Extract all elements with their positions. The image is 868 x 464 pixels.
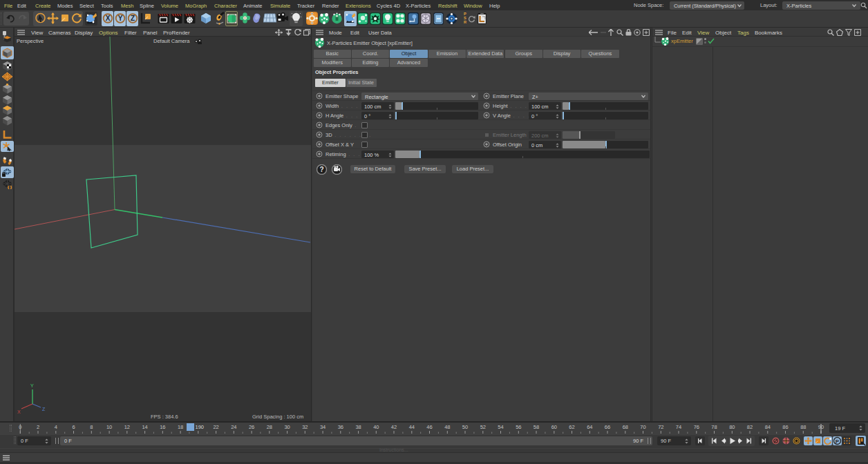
svg-text:Z: Z: [42, 407, 46, 412]
svg-text:Z: Z: [131, 14, 135, 22]
svg-text:54: 54: [498, 424, 503, 430]
svg-text:86: 86: [782, 424, 788, 430]
svg-text:82: 82: [747, 424, 753, 430]
svg-text:72: 72: [658, 424, 663, 430]
svg-text:Y: Y: [118, 14, 123, 22]
svg-text:22: 22: [213, 424, 218, 430]
svg-text:30: 30: [284, 424, 290, 430]
svg-text:16: 16: [160, 424, 165, 430]
svg-text:36: 36: [338, 424, 343, 430]
svg-text:10: 10: [106, 424, 112, 430]
svg-text:P: P: [836, 438, 840, 445]
svg-text:44: 44: [409, 424, 415, 430]
svg-text:190: 190: [196, 424, 205, 430]
svg-text:6: 6: [72, 424, 75, 430]
svg-text:50: 50: [462, 424, 468, 430]
svg-text:24: 24: [231, 424, 236, 430]
svg-text:88: 88: [800, 424, 806, 430]
svg-text:64: 64: [587, 424, 592, 430]
svg-text:76: 76: [694, 424, 699, 430]
svg-text:66: 66: [605, 424, 610, 430]
svg-text:?: ?: [319, 166, 323, 173]
svg-text:26: 26: [249, 424, 254, 430]
svg-text:X: X: [17, 409, 21, 414]
svg-text:18: 18: [178, 424, 183, 430]
svg-text:32: 32: [302, 424, 308, 430]
svg-text:34: 34: [320, 424, 326, 430]
svg-text:60: 60: [551, 424, 557, 430]
svg-text:52: 52: [480, 424, 486, 430]
svg-text:80: 80: [729, 424, 735, 430]
svg-text:46: 46: [426, 424, 432, 430]
svg-text:78: 78: [711, 424, 717, 430]
svg-text:38: 38: [355, 424, 361, 430]
svg-text:12: 12: [124, 424, 130, 430]
svg-text:48: 48: [444, 424, 450, 430]
svg-text:4: 4: [55, 424, 57, 430]
svg-text:14: 14: [142, 424, 147, 430]
svg-text:74: 74: [676, 424, 681, 430]
svg-text:40: 40: [373, 424, 379, 430]
svg-text:2: 2: [37, 424, 39, 430]
svg-text:42: 42: [391, 424, 397, 430]
svg-text:8: 8: [90, 424, 93, 430]
svg-text:84: 84: [765, 424, 771, 430]
svg-text:X: X: [106, 14, 111, 22]
svg-text:70: 70: [640, 424, 645, 430]
svg-text:Y: Y: [30, 383, 34, 388]
svg-text:58: 58: [534, 424, 539, 430]
svg-text:62: 62: [569, 424, 574, 430]
svg-text:68: 68: [623, 424, 628, 430]
svg-text:56: 56: [516, 424, 521, 430]
svg-text:28: 28: [267, 424, 272, 430]
